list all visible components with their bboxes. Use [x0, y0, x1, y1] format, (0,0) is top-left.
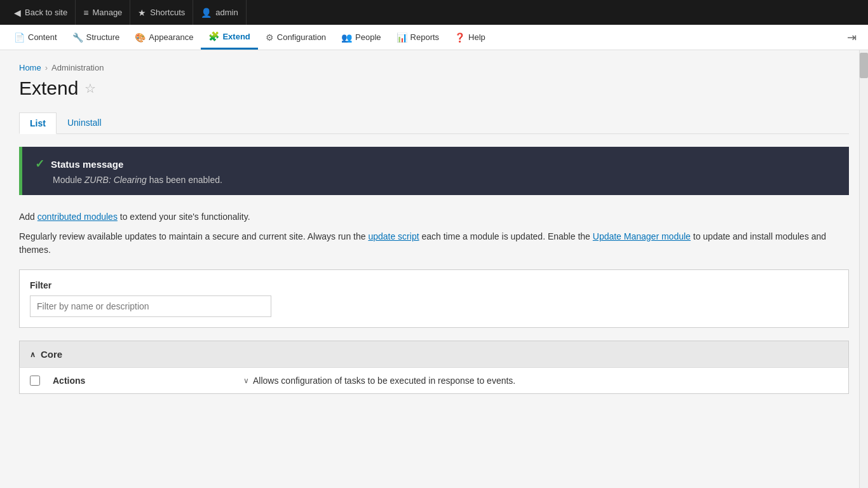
help-nav-icon: ❓ — [454, 32, 465, 43]
nav-people[interactable]: 👥 People — [334, 25, 388, 50]
structure-nav-icon: 🔧 — [72, 32, 83, 43]
nav-reports[interactable]: 📊 Reports — [389, 25, 447, 50]
content-nav-icon: 📄 — [14, 32, 25, 43]
appearance-nav-label: Appearance — [149, 32, 193, 42]
tab-uninstall[interactable]: Uninstall — [57, 112, 112, 133]
status-message-box: ✓ Status message Module ZURB: Clearing h… — [19, 147, 849, 195]
nav-help[interactable]: ❓ Help — [447, 25, 493, 50]
desc-chevron-icon: ∨ — [243, 376, 249, 385]
core-chevron-icon: ∧ — [30, 350, 36, 359]
breadcrumb-home[interactable]: Home — [19, 63, 41, 72]
status-body-suffix: has been enabled. — [147, 175, 222, 185]
shortcuts-icon: ★ — [138, 8, 146, 18]
secondary-nav: 📄 Content 🔧 Structure 🎨 Appearance 🧩 Ext… — [0, 25, 868, 50]
nav-configuration[interactable]: ⚙ Configuration — [258, 25, 334, 50]
admin-bar: ◀ Back to site ≡ Manage ★ Shortcuts 👤 ad… — [0, 0, 868, 25]
breadcrumb-current: Administration — [51, 63, 104, 72]
shortcuts-label: Shortcuts — [150, 8, 185, 17]
page-title: Extend — [19, 78, 78, 99]
nav-right: ⇥ — [842, 30, 862, 44]
back-icon: ◀ — [14, 8, 21, 18]
status-body-prefix: Module — [53, 175, 85, 185]
core-section-label: Core — [41, 349, 62, 360]
nav-extend[interactable]: 🧩 Extend — [201, 25, 257, 50]
status-message-title: Status message — [51, 159, 123, 170]
main-content: Home › Administration Extend ☆ List Unin… — [0, 50, 868, 488]
manage-icon: ≡ — [83, 8, 88, 18]
shortcuts-link[interactable]: ★ Shortcuts — [130, 0, 193, 25]
back-to-site-label: Back to site — [25, 8, 67, 17]
contributed-modules-link[interactable]: contributed modules — [37, 212, 118, 222]
filter-label: Filter — [30, 280, 838, 290]
help-nav-label: Help — [468, 32, 485, 42]
appearance-nav-icon: 🎨 — [135, 32, 146, 43]
actions-module-name: Actions — [53, 376, 231, 386]
reports-nav-label: Reports — [410, 32, 440, 42]
breadcrumb: Home › Administration — [19, 63, 849, 72]
sidebar-toggle[interactable]: ⇥ — [842, 30, 862, 44]
update-script-link[interactable]: update script — [368, 231, 419, 241]
configuration-nav-label: Configuration — [277, 32, 326, 42]
structure-nav-label: Structure — [86, 32, 120, 42]
nav-structure[interactable]: 🔧 Structure — [65, 25, 128, 50]
table-row: Actions ∨ Allows configuration of tasks … — [19, 367, 849, 394]
extend-nav-icon: 🧩 — [208, 31, 219, 41]
back-to-site-link[interactable]: ◀ Back to site — [6, 0, 76, 25]
breadcrumb-separator: › — [45, 63, 48, 72]
check-icon: ✓ — [35, 157, 44, 171]
desc1-suffix: to extend your site's functionality. — [118, 212, 250, 222]
filter-box: Filter — [19, 269, 849, 328]
content-nav-label: Content — [28, 32, 57, 42]
status-message-body: Module ZURB: Clearing has been enabled. — [35, 175, 836, 185]
extend-nav-label: Extend — [222, 32, 250, 41]
manage-link[interactable]: ≡ Manage — [76, 0, 130, 25]
favorite-star-icon[interactable]: ☆ — [85, 81, 96, 96]
actions-module-desc-text: Allows configuration of tasks to be exec… — [253, 376, 515, 386]
desc2-prefix: Regularly review available updates to ma… — [19, 231, 368, 241]
scrollbar-thumb[interactable] — [860, 53, 868, 78]
tabs: List Uninstall — [19, 112, 849, 134]
description-1: Add contributed modules to extend your s… — [19, 210, 849, 224]
manage-label: Manage — [92, 8, 122, 17]
status-message-header: ✓ Status message — [35, 157, 836, 171]
page-title-row: Extend ☆ — [19, 78, 849, 99]
people-nav-icon: 👥 — [341, 32, 352, 43]
desc1-prefix: Add — [19, 212, 37, 222]
update-manager-link[interactable]: Update Manager module — [593, 231, 691, 241]
desc2-middle: each time a module is updated. Enable th… — [419, 231, 593, 241]
scrollbar[interactable] — [859, 50, 868, 488]
core-section-header[interactable]: ∧ Core — [19, 341, 849, 367]
actions-module-desc: ∨ Allows configuration of tasks to be ex… — [243, 376, 838, 386]
actions-checkbox[interactable] — [30, 376, 40, 386]
nav-content[interactable]: 📄 Content — [6, 25, 65, 50]
admin-user-link[interactable]: 👤 admin — [193, 0, 246, 25]
nav-appearance[interactable]: 🎨 Appearance — [127, 25, 201, 50]
configuration-nav-icon: ⚙ — [266, 32, 274, 43]
description-2: Regularly review available updates to ma… — [19, 230, 849, 257]
filter-input[interactable] — [30, 295, 271, 317]
user-icon: 👤 — [201, 8, 212, 18]
admin-label: admin — [215, 8, 238, 17]
people-nav-label: People — [355, 32, 381, 42]
tab-list[interactable]: List — [19, 112, 57, 134]
reports-nav-icon: 📊 — [397, 32, 407, 43]
status-module-name: ZURB: Clearing — [85, 175, 147, 185]
